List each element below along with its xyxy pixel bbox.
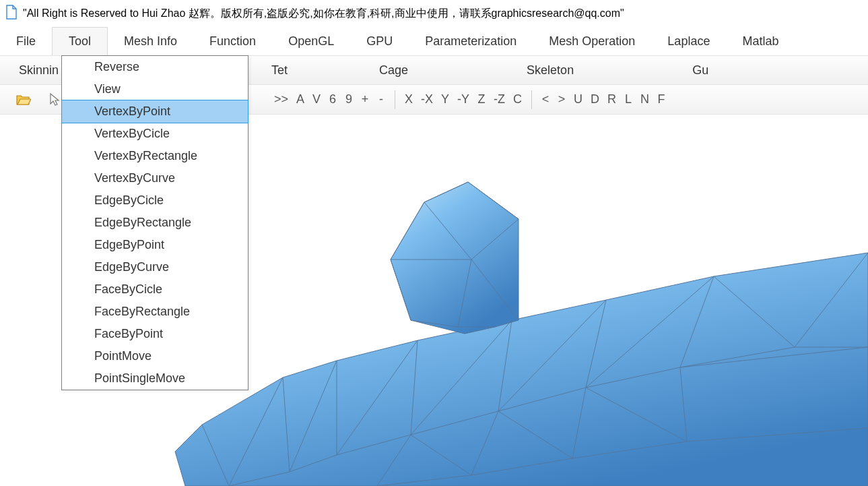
toolbar-btn-a[interactable]: A bbox=[292, 92, 308, 107]
tab-tool[interactable]: Tool bbox=[52, 27, 108, 55]
doc-icon bbox=[5, 5, 18, 22]
toolbar-btn-y[interactable]: -Y bbox=[453, 92, 473, 107]
tab-function[interactable]: Function bbox=[193, 27, 272, 55]
toolbar-btn-v[interactable]: V bbox=[308, 92, 325, 107]
toolbar-btn-[interactable]: < bbox=[537, 92, 554, 107]
menu-item-edgebycurve[interactable]: EdgeByCurve bbox=[62, 256, 248, 278]
menu-item-edgebycicle[interactable]: EdgeByCicle bbox=[62, 189, 248, 212]
toolbar-btn-u[interactable]: U bbox=[570, 92, 587, 107]
toolbar-btn-[interactable]: - bbox=[373, 92, 389, 107]
toolbar-btn-z[interactable]: Z bbox=[473, 92, 490, 107]
menu-item-edgebyrectangle[interactable]: EdgeByRectangle bbox=[62, 212, 248, 234]
toolbar-btn-l[interactable]: L bbox=[620, 92, 636, 107]
tab-mesh-info[interactable]: Mesh Info bbox=[108, 27, 193, 55]
toolbar-btn-r[interactable]: R bbox=[603, 92, 620, 107]
menu-item-reverse[interactable]: Reverse bbox=[62, 56, 248, 78]
tab-laplace[interactable]: Laplace bbox=[651, 27, 726, 55]
toolbar-btn-d[interactable]: D bbox=[587, 92, 603, 107]
menu-item-facebyrectangle[interactable]: FaceByRectangle bbox=[62, 301, 248, 323]
menu-item-facebypoint[interactable]: FaceByPoint bbox=[62, 323, 248, 345]
window-title: "All Right is Reserved to Hui Zhao 赵辉。版权… bbox=[23, 7, 624, 21]
ribbon-skeleton[interactable]: Skeleton bbox=[508, 56, 593, 84]
menu-item-vertexbyrectangle[interactable]: VertexByRectangle bbox=[62, 145, 248, 167]
toolbar-separator bbox=[531, 90, 532, 109]
toolbar-btn-6[interactable]: 6 bbox=[325, 92, 341, 107]
tab-parameterization[interactable]: Parameterization bbox=[409, 27, 533, 55]
toolbar-btn-n[interactable]: N bbox=[636, 92, 653, 107]
toolbar-btn-x[interactable]: -X bbox=[417, 92, 437, 107]
toolbar-btn-[interactable]: > bbox=[554, 92, 570, 107]
title-bar: "All Right is Reserved to Hui Zhao 赵辉。版权… bbox=[0, 0, 868, 27]
toolbar-btn-f[interactable]: F bbox=[653, 92, 669, 107]
ribbon-tet[interactable]: Tet bbox=[253, 56, 306, 84]
toolbar-btn-x[interactable]: X bbox=[401, 92, 417, 107]
menu-item-vertexbycicle[interactable]: VertexByCicle bbox=[62, 123, 248, 145]
toolbar-separator bbox=[395, 90, 395, 109]
toolbar-btn-[interactable]: >> bbox=[270, 92, 292, 107]
open-file-icon[interactable] bbox=[12, 94, 35, 106]
toolbar-btn-9[interactable]: 9 bbox=[341, 92, 357, 107]
top-tabs-row-1: FileToolMesh InfoFunctionOpenGLGPUParame… bbox=[0, 27, 868, 55]
tab-mesh-operation[interactable]: Mesh Operation bbox=[533, 27, 651, 55]
tab-opengl[interactable]: OpenGL bbox=[272, 27, 350, 55]
ribbon-gu[interactable]: Gu bbox=[673, 56, 727, 84]
tab-matlab[interactable]: Matlab bbox=[726, 27, 795, 55]
menu-item-pointsinglemove[interactable]: PointSingleMove bbox=[62, 367, 248, 390]
menu-item-pointmove[interactable]: PointMove bbox=[62, 345, 248, 367]
tab-gpu[interactable]: GPU bbox=[350, 27, 409, 55]
menu-item-facebycicle[interactable]: FaceByCicle bbox=[62, 278, 248, 301]
toolbar-btn-[interactable]: + bbox=[357, 92, 373, 107]
menu-item-view[interactable]: View bbox=[62, 78, 248, 100]
menu-item-vertexbycurve[interactable]: VertexByCurve bbox=[62, 167, 248, 189]
toolbar-btn-z[interactable]: -Z bbox=[490, 92, 509, 107]
ribbon-cage[interactable]: Cage bbox=[360, 56, 427, 84]
menu-item-edgebypoint[interactable]: EdgeByPoint bbox=[62, 234, 248, 256]
menu-item-vertexbypoint[interactable]: VertexByPoint bbox=[61, 100, 248, 123]
tab-file[interactable]: File bbox=[0, 27, 52, 55]
toolbar-btn-c[interactable]: C bbox=[509, 92, 526, 107]
toolbar-btn-y[interactable]: Y bbox=[437, 92, 453, 107]
tool-dropdown: ReverseViewVertexByPointVertexByCicleVer… bbox=[61, 55, 248, 390]
